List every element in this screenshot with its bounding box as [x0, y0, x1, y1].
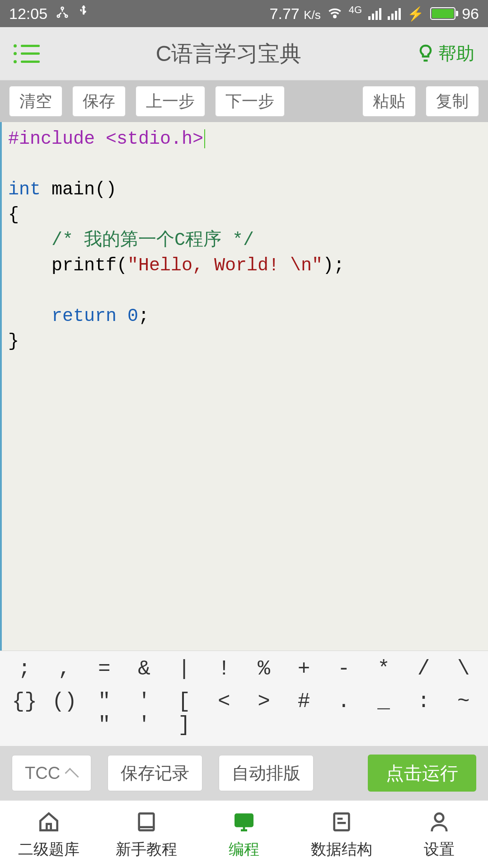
battery-icon: [430, 7, 455, 20]
svg-point-1: [57, 15, 60, 17]
symbol-key[interactable]: ' ': [126, 690, 163, 737]
symbol-keyboard: ;,=&|!%+-*/\ {}()" "' '[ ]<>#._:~: [0, 651, 488, 746]
undo-button[interactable]: 上一步: [136, 86, 205, 117]
clear-button[interactable]: 清空: [9, 86, 62, 117]
wifi-icon: [327, 5, 343, 23]
document-icon: [329, 809, 354, 835]
status-time: 12:05: [9, 5, 47, 23]
symbol-key[interactable]: |: [165, 657, 202, 681]
monitor-icon: [231, 809, 257, 835]
nav-label: 设置: [424, 839, 455, 860]
help-label: 帮助: [438, 41, 474, 66]
nav-settings[interactable]: 设置: [390, 801, 488, 868]
code-editor[interactable]: #include <stdio.h> int main() { /* 我的第一个…: [0, 122, 488, 651]
copy-button[interactable]: 复制: [426, 86, 479, 117]
symbol-key[interactable]: :: [405, 690, 442, 737]
nav-label: 数据结构: [311, 839, 372, 860]
action-bar: TCC 保存记录 自动排版 点击运行: [0, 746, 488, 800]
svg-point-3: [334, 15, 336, 17]
chevron-up-icon: [65, 768, 79, 782]
nav-exam-bank[interactable]: 二级题库: [0, 801, 98, 868]
nav-label: 二级题库: [18, 839, 80, 860]
app-header: C语言学习宝典 帮助: [0, 27, 488, 80]
bulb-icon: [418, 43, 434, 64]
signal-icon-2: [388, 7, 401, 20]
compiler-label: TCC: [25, 764, 60, 783]
compiler-selector[interactable]: TCC: [12, 755, 91, 791]
user-icon: [427, 809, 452, 835]
nav-label: 新手教程: [116, 839, 177, 860]
signal-icon-1: [368, 7, 381, 20]
run-button[interactable]: 点击运行: [368, 755, 476, 792]
share-icon: [56, 5, 69, 23]
usb-icon: [77, 4, 89, 23]
help-button[interactable]: 帮助: [418, 41, 474, 66]
page-title: C语言学习宝典: [40, 39, 418, 68]
svg-point-0: [61, 7, 64, 9]
symbol-key[interactable]: &: [126, 657, 163, 681]
symbol-key[interactable]: -: [325, 657, 362, 681]
symbol-key[interactable]: _: [365, 690, 402, 737]
battery-pct: 96: [462, 5, 479, 23]
redo-button[interactable]: 下一步: [215, 86, 285, 117]
symbol-key[interactable]: \: [445, 657, 482, 681]
symbol-key[interactable]: (): [46, 690, 83, 737]
symbol-key[interactable]: .: [325, 690, 362, 737]
paste-button[interactable]: 粘贴: [362, 86, 416, 117]
save-button[interactable]: 保存: [72, 86, 126, 117]
auto-format-button[interactable]: 自动排版: [219, 755, 314, 791]
symbol-key[interactable]: =: [86, 657, 123, 681]
svg-point-7: [435, 813, 444, 822]
book-icon: [134, 809, 159, 835]
symbol-key[interactable]: {}: [6, 690, 43, 737]
symbol-key[interactable]: " ": [86, 690, 123, 737]
net-type: 4G: [349, 4, 362, 16]
symbol-key[interactable]: %: [245, 657, 282, 681]
text-cursor: [204, 129, 205, 148]
symbol-key[interactable]: #: [285, 690, 322, 737]
symbol-key[interactable]: ~: [445, 690, 482, 737]
editor-toolbar: 清空 保存 上一步 下一步 粘贴 复制: [0, 80, 488, 122]
charging-icon: ⚡: [407, 6, 424, 22]
nav-coding[interactable]: 编程: [195, 801, 293, 868]
home-icon: [36, 809, 61, 835]
nav-tutorial[interactable]: 新手教程: [98, 801, 195, 868]
svg-point-2: [65, 15, 67, 17]
menu-icon[interactable]: [21, 45, 40, 63]
nav-data-structure[interactable]: 数据结构: [293, 801, 390, 868]
symbol-key[interactable]: /: [405, 657, 442, 681]
symbol-key[interactable]: *: [365, 657, 402, 681]
symbol-key[interactable]: !: [206, 657, 243, 681]
symbol-key[interactable]: +: [285, 657, 322, 681]
save-record-button[interactable]: 保存记录: [108, 755, 202, 791]
symbol-key[interactable]: ;: [6, 657, 43, 681]
symbol-key[interactable]: ,: [46, 657, 83, 681]
nav-label: 编程: [229, 839, 259, 860]
svg-rect-5: [235, 814, 252, 826]
netspeed: 7.77 K/s: [270, 5, 321, 23]
symbol-key[interactable]: >: [245, 690, 282, 737]
status-bar: 12:05 7.77 K/s 4G ⚡ 96: [0, 0, 488, 27]
symbol-key[interactable]: <: [206, 690, 243, 737]
bottom-nav: 二级题库 新手教程 编程 数据结构 设置: [0, 800, 488, 868]
symbol-key[interactable]: [ ]: [165, 690, 202, 737]
